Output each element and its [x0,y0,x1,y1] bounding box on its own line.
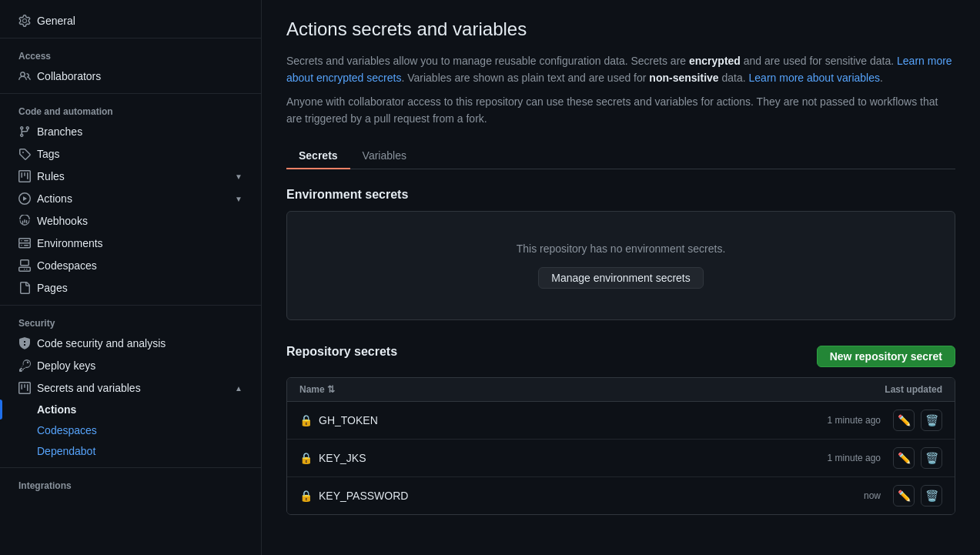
delete-key-password-button[interactable]: 🗑️ [921,485,942,507]
tabs-container: Secrets Variables [286,143,955,169]
learn-more-variables-link[interactable]: Learn more about variables [749,72,880,84]
sidebar-section-security: Security [0,312,261,332]
secret-name-key-password: 🔒 KEY_PASSWORD [299,490,864,502]
git-branch-icon [18,125,31,138]
secret-name-label: KEY_JKS [319,452,366,464]
sidebar-item-general[interactable]: General [6,10,255,32]
sidebar-item-code-security[interactable]: Code security and analysis [6,333,255,354]
chevron-down-icon: ▼ [235,172,242,181]
header-last-updated: Last updated [788,384,942,395]
webhook-icon [18,215,31,227]
sidebar-divider [0,38,261,38]
sidebar-section-code-automation: Code and automation [0,100,261,120]
sidebar-divider-3 [0,305,261,306]
sidebar-item-label: Environments [37,237,103,249]
sidebar-sub-item-dependabot[interactable]: Dependabot [6,441,255,461]
edit-key-jks-button[interactable]: ✏️ [893,447,915,469]
sidebar-item-actions[interactable]: Actions ▼ [6,188,255,209]
sidebar-item-label: Tags [37,148,60,160]
new-repository-secret-button[interactable]: New repository secret [817,346,955,367]
row-meta-gh-token: 1 minute ago ✏️ 🗑️ [828,410,942,431]
tab-variables[interactable]: Variables [350,143,419,169]
sidebar-sub-item-label: Actions [37,403,76,416]
sidebar-sub-item-label: Codespaces [37,424,97,436]
manage-env-secrets-button[interactable]: Manage environment secrets [538,267,704,289]
sidebar-item-label: Collaborators [37,70,101,82]
page-title: Actions secrets and variables [286,18,955,40]
lock-icon: 🔒 [299,414,313,426]
non-sensitive-bold: non-sensitive [649,72,718,84]
row-actions-gh-token: ✏️ 🗑️ [893,410,942,431]
sidebar-sub-item-codespaces[interactable]: Codespaces [6,420,255,440]
row-meta-key-password: now ✏️ 🗑️ [864,485,942,507]
sort-icon[interactable]: ⇅ [327,384,335,395]
sidebar-item-collaborators[interactable]: Collaborators [6,65,255,87]
play-icon [18,192,31,205]
sidebar-divider-4 [0,467,261,468]
row-actions-key-password: ✏️ 🗑️ [893,485,942,507]
sidebar-item-label: Pages [37,282,68,294]
tag-icon [18,148,31,160]
delete-gh-token-button[interactable]: 🗑️ [921,410,942,431]
sidebar-item-label: Branches [37,125,82,138]
secrets-icon [18,382,31,394]
header-name-label: Name [299,384,327,395]
tab-secrets[interactable]: Secrets [286,143,350,169]
sidebar-item-label: Rules [37,170,65,182]
chevron-down-icon: ▼ [235,195,242,203]
shield-icon [18,337,31,349]
last-updated-gh-token: 1 minute ago [828,415,881,426]
row-meta-key-jks: 1 minute ago ✏️ 🗑️ [828,447,942,469]
delete-key-jks-button[interactable]: 🗑️ [921,447,942,469]
description-2: Anyone with collaborator access to this … [286,93,955,128]
last-updated-key-jks: 1 minute ago [828,453,881,463]
sidebar-item-label: Code security and analysis [37,337,166,349]
person-icon [18,70,31,82]
sidebar: General Access Collaborators Code and au… [0,0,262,555]
sidebar-item-pages[interactable]: Pages [6,277,255,299]
sidebar-item-branches[interactable]: Branches [6,121,255,142]
sidebar-sub-item-actions[interactable]: Actions [6,400,255,420]
key-icon [18,359,31,372]
edit-gh-token-button[interactable]: ✏️ [893,410,915,431]
sidebar-item-environments[interactable]: Environments [6,232,255,254]
sidebar-divider-2 [0,93,261,94]
lock-icon: 🔒 [299,490,313,502]
env-secrets-box: This repository has no environment secre… [286,211,955,320]
server-icon [18,237,31,249]
encrypted-bold: encrypted [689,55,741,67]
table-row: 🔒 KEY_JKS 1 minute ago ✏️ 🗑️ [287,440,955,477]
secret-name-label: GH_TOKEN [319,414,378,426]
sidebar-item-tags[interactable]: Tags [6,143,255,165]
table-header: Name ⇅ Last updated [287,378,955,402]
secret-name-key-jks: 🔒 KEY_JKS [299,452,828,464]
secrets-table: Name ⇅ Last updated 🔒 GH_TOKEN 1 minute … [286,377,955,515]
env-secrets-title: Environment secrets [286,188,955,202]
chevron-up-icon: ▲ [235,384,242,393]
repo-secrets-title: Repository secrets [286,345,397,359]
repo-secrets-header: Repository secrets New repository secret [286,345,955,368]
row-actions-key-jks: ✏️ 🗑️ [893,447,942,469]
rules-icon [18,170,31,182]
last-updated-key-password: now [864,490,881,501]
sidebar-item-codespaces[interactable]: Codespaces [6,255,255,276]
sidebar-section-integrations: Integrations [0,474,261,494]
lock-icon: 🔒 [299,452,313,464]
secret-name-label: KEY_PASSWORD [319,490,408,502]
sidebar-item-label: Actions [37,192,72,205]
sidebar-sub-item-label: Dependabot [37,445,95,457]
main-content: Actions secrets and variables Secrets an… [262,0,980,555]
sidebar-section-access: Access [0,45,261,65]
codespaces-icon [18,259,31,272]
sidebar-item-rules[interactable]: Rules ▼ [6,165,255,187]
table-row: 🔒 GH_TOKEN 1 minute ago ✏️ 🗑️ [287,402,955,440]
sidebar-item-secrets-variables[interactable]: Secrets and variables ▲ [6,377,255,399]
env-secrets-empty-text: This repository has no environment secre… [299,242,942,255]
sidebar-item-label: Codespaces [37,259,97,272]
edit-key-password-button[interactable]: ✏️ [893,485,915,507]
sidebar-item-label: Secrets and variables [37,382,141,394]
sidebar-item-deploy-keys[interactable]: Deploy keys [6,355,255,376]
sidebar-item-label: Webhooks [37,215,88,227]
secret-name-gh-token: 🔒 GH_TOKEN [299,414,828,426]
sidebar-item-webhooks[interactable]: Webhooks [6,210,255,232]
